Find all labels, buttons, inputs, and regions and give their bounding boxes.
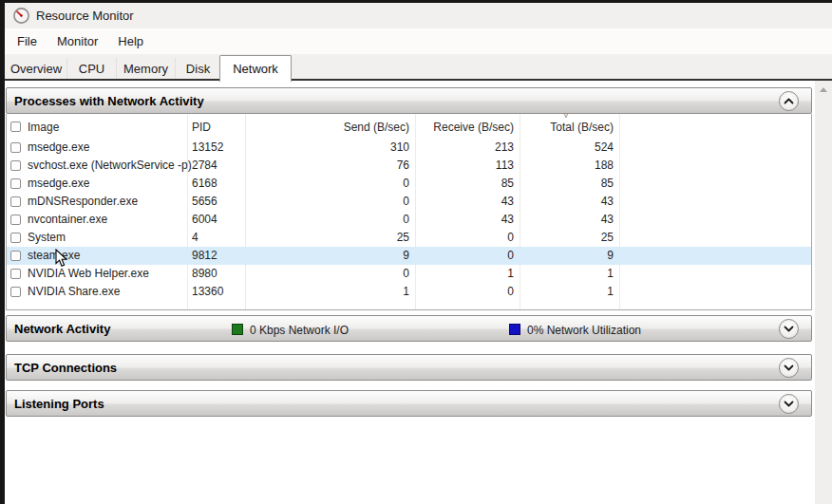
network-io-legend-swatch [232,324,243,335]
table-row[interactable]: NVIDIA Web Helper.exe8980011 [7,265,811,283]
cell-pid: 8980 [192,267,239,280]
cell-pid: 13360 [192,285,239,298]
resource-monitor-window: Resource Monitor File Monitor Help Overv… [0,0,832,504]
cell-receive: 43 [414,213,514,226]
listening-ports-panel-header[interactable]: Listening Ports [6,390,812,417]
title-bar: Resource Monitor [5,3,832,28]
network-activity-title: Network Activity [14,322,110,336]
tab-cpu[interactable]: CPU [67,58,117,79]
row-checkbox[interactable] [10,160,21,171]
cell-send: 9 [244,249,409,262]
column-header-receive[interactable]: Receive (B/sec) [414,121,514,134]
cell-total: 9 [519,249,614,262]
cell-total: 85 [519,177,614,190]
listening-ports-expand-button[interactable] [779,394,799,414]
table-row[interactable]: steam.exe9812909 [7,247,811,265]
processes-panel-header[interactable]: Processes with Network Activity [6,87,812,114]
table-row[interactable]: msedge.exe13152310213524 [7,139,811,157]
cell-pid: 6168 [192,177,239,190]
table-row[interactable]: mDNSResponder.exe565604343 [7,193,811,211]
scroll-up-arrow-icon[interactable] [820,87,827,92]
column-header-total[interactable]: Total (B/sec) [519,121,614,134]
table-row[interactable]: NVIDIA Share.exe13360101 [7,283,811,301]
menu-help[interactable]: Help [108,30,153,52]
select-all-checkbox[interactable] [10,121,21,132]
cell-send: 76 [244,159,409,172]
network-utilization-legend-swatch [509,324,520,335]
window-title: Resource Monitor [36,9,134,23]
column-header-pid[interactable]: PID [192,121,239,134]
cell-total: 43 [519,195,614,208]
tab-disk[interactable]: Disk [176,58,221,79]
network-io-legend-label: 0 Kbps Network I/O [250,324,349,337]
table-row[interactable]: nvcontainer.exe600404343 [7,211,811,229]
cell-total: 1 [519,267,614,280]
row-checkbox[interactable] [10,269,21,279]
menu-file[interactable]: File [8,30,47,52]
cell-send: 1 [244,285,409,298]
cell-pid: 5656 [192,195,239,208]
vertical-scrollbar[interactable] [815,81,832,504]
column-header-send[interactable]: Send (B/sec) [244,121,409,134]
processes-panel-title: Processes with Network Activity [14,94,204,108]
cell-pid: 13152 [192,140,239,154]
cell-pid: 6004 [192,213,239,226]
resource-monitor-gauge-icon [13,8,29,24]
table-row[interactable]: msedge.exe616808585 [7,175,811,193]
row-checkbox[interactable] [10,233,21,243]
column-header-image[interactable]: Image [28,121,184,134]
cell-pid: 2784 [192,159,239,172]
cell-total: 524 [519,140,614,154]
cell-receive: 113 [414,159,514,172]
cell-pid: 4 [192,231,239,244]
menu-monitor[interactable]: Monitor [47,30,107,52]
tab-strip-divider [5,79,832,81]
chevron-down-icon [784,326,794,332]
chevron-down-icon [784,364,794,371]
chevron-down-icon [784,401,794,407]
cell-send: 0 [244,267,409,280]
tab-network-active[interactable]: Network [219,55,292,82]
cell-receive: 85 [414,177,514,190]
process-table-rows: msedge.exe13152310213524svchost.exe (Net… [7,139,811,301]
cell-send: 310 [244,140,409,154]
table-header-row: Image PID Send (B/sec) Receive (B/sec) T… [7,114,811,139]
cell-total: 188 [519,159,614,172]
cell-image: NVIDIA Share.exe [28,285,184,298]
cell-image: svchost.exe (NetworkService -p) [28,159,184,172]
table-row[interactable]: svchost.exe (NetworkService -p)278476113… [7,157,811,175]
tcp-connections-title: TCP Connections [14,361,117,375]
tcp-connections-panel-header[interactable]: TCP Connections [6,354,812,381]
cell-receive: 0 [414,249,514,262]
cell-image: NVIDIA Web Helper.exe [28,267,184,280]
cell-receive: 1 [414,267,514,280]
tab-memory[interactable]: Memory [117,58,176,79]
cell-receive: 0 [414,231,514,244]
row-checkbox[interactable] [10,196,21,207]
cell-image: msedge.exe [28,177,184,190]
tcp-connections-expand-button[interactable] [779,358,799,378]
sort-indicator-icon: ˅ [519,111,614,121]
cell-receive: 43 [414,195,514,208]
cell-image: nvcontainer.exe [28,213,184,226]
row-checkbox[interactable] [10,287,21,297]
processes-collapse-button[interactable] [779,91,799,111]
tab-overview[interactable]: Overview [6,58,67,79]
row-checkbox[interactable] [10,178,21,189]
cell-send: 25 [244,231,409,244]
cell-send: 0 [244,195,409,208]
cell-send: 0 [244,177,409,190]
row-checkbox[interactable] [10,251,21,261]
process-table: Image PID Send (B/sec) Receive (B/sec) T… [6,114,812,310]
cell-receive: 213 [414,140,514,154]
table-row[interactable]: System425025 [7,229,811,247]
row-checkbox[interactable] [10,215,21,225]
cell-image: msedge.exe [28,140,184,154]
cell-send: 0 [244,213,409,226]
network-activity-expand-button[interactable] [779,319,799,339]
cell-image: System [28,231,184,244]
network-activity-panel-header[interactable]: Network Activity 0 Kbps Network I/O 0% N… [6,315,812,342]
chevron-up-icon [784,98,794,104]
row-checkbox[interactable] [10,142,21,153]
cell-total: 43 [519,213,614,226]
